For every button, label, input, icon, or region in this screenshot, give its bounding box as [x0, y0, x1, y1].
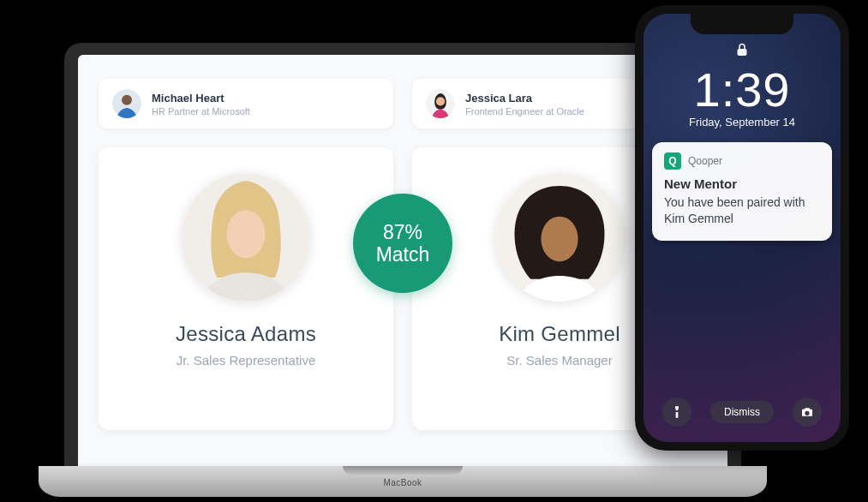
laptop-base: MacBook [39, 466, 767, 497]
svg-rect-10 [738, 49, 747, 56]
app-icon: Q [664, 152, 681, 170]
profile-card[interactable]: Jessica Adams Jr. Sales Representative [99, 147, 393, 430]
notification-app-name: Qooper [688, 155, 722, 167]
lock-screen-header: 1:39 Friday, September 14 [644, 43, 841, 128]
suggestion-card[interactable]: Michael Heart HR Partner at Microsoft [99, 79, 393, 128]
avatar [112, 89, 141, 118]
notification-title: New Mentor [664, 176, 820, 191]
phone-lock-screen: 1:39 Friday, September 14 Q Qooper New M… [644, 14, 841, 442]
lock-screen-date: Friday, September 14 [644, 116, 841, 128]
match-badge: 87% Match [353, 194, 452, 293]
suggestion-subtitle: HR Partner at Microsoft [152, 106, 250, 117]
svg-point-9 [541, 217, 578, 262]
dismiss-button[interactable]: Dismiss [710, 401, 774, 423]
flashlight-icon [670, 405, 684, 419]
match-label: Match [376, 243, 430, 266]
phone-notch [691, 14, 793, 34]
lock-screen-time: 1:39 [644, 62, 841, 117]
avatar [182, 173, 310, 302]
notification-body: You have been paired with Kim Gemmel [664, 194, 820, 227]
match-percent: 87% [383, 221, 422, 243]
lock-icon [644, 43, 841, 60]
laptop-screen: Michael Heart HR Partner at Microsoft Je… [78, 55, 727, 467]
suggestion-name: Michael Heart [152, 92, 250, 105]
svg-point-6 [227, 210, 266, 258]
phone-mockup: 1:39 Friday, September 14 Q Qooper New M… [635, 5, 849, 451]
camera-button[interactable] [793, 397, 822, 427]
avatar [426, 89, 455, 118]
avatar [495, 173, 624, 302]
camera-icon [800, 405, 814, 419]
profile-name: Jessica Adams [116, 322, 376, 346]
profile-cards-row: Jessica Adams Jr. Sales Representative K [99, 147, 707, 430]
svg-point-1 [122, 95, 132, 105]
svg-point-3 [436, 97, 445, 105]
suggestion-name: Jessica Lara [465, 92, 584, 105]
suggestion-subtitle: Frontend Engineer at Oracle [465, 106, 584, 117]
notification-header: Q Qooper [664, 152, 820, 170]
flashlight-button[interactable] [662, 397, 691, 427]
suggestion-cards-row: Michael Heart HR Partner at Microsoft Je… [99, 79, 707, 128]
profile-title: Jr. Sales Representative [116, 353, 376, 368]
notification-card[interactable]: Q Qooper New Mentor You have been paired… [652, 142, 832, 241]
lock-screen-actions: Dismiss [644, 397, 841, 427]
laptop-brand: MacBook [39, 478, 767, 487]
